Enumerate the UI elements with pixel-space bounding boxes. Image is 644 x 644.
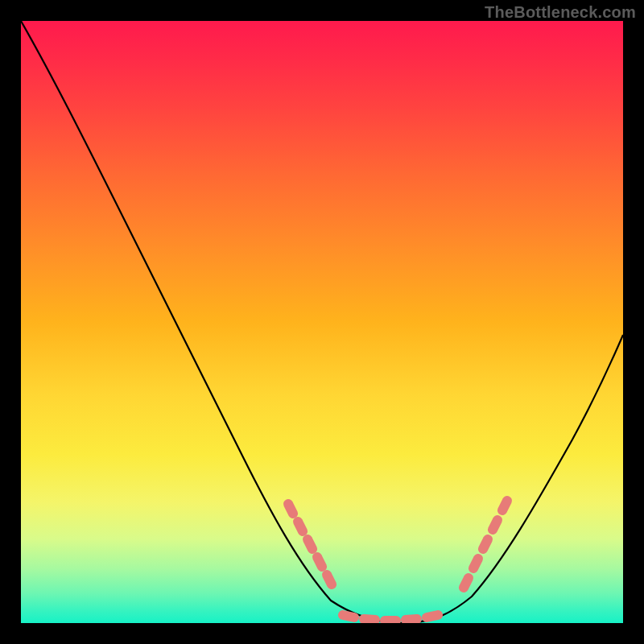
svg-line-5 [343, 615, 354, 617]
svg-line-12 [483, 539, 488, 549]
svg-line-0 [288, 504, 293, 514]
marker-cluster-left [288, 504, 332, 584]
svg-line-3 [317, 557, 322, 567]
plot-area [21, 21, 623, 623]
chart-frame: TheBottleneck.com [0, 0, 644, 644]
svg-line-6 [364, 619, 375, 620]
svg-line-14 [502, 501, 507, 510]
watermark-text: TheBottleneck.com [485, 3, 636, 22]
bottleneck-curve-svg [21, 21, 623, 623]
svg-line-4 [327, 575, 332, 584]
svg-line-2 [308, 539, 312, 549]
svg-line-1 [298, 522, 303, 531]
svg-line-10 [464, 578, 469, 588]
bottleneck-curve [21, 21, 623, 623]
svg-line-11 [473, 559, 478, 568]
svg-line-8 [406, 619, 417, 620]
marker-cluster-floor [343, 615, 438, 621]
svg-line-9 [427, 615, 438, 617]
svg-line-13 [493, 520, 497, 530]
marker-cluster-right [464, 501, 507, 588]
